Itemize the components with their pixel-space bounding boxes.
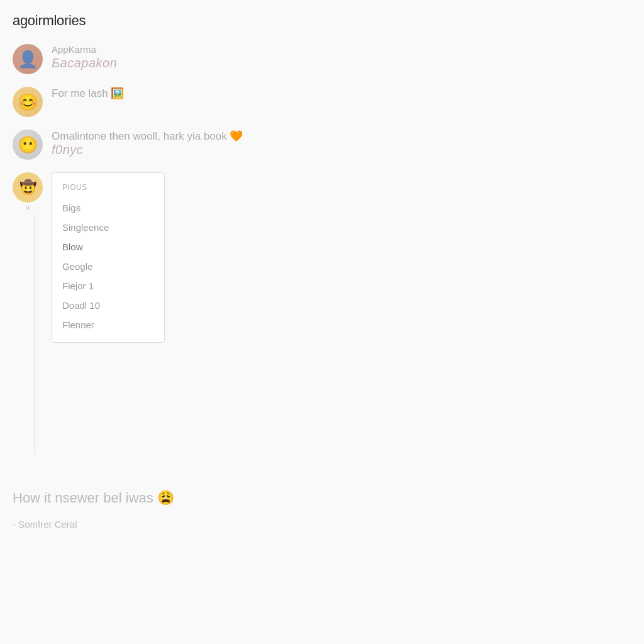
avatar-third: 😶 — [13, 130, 43, 160]
dropdown-header: PIOUS — [52, 180, 164, 198]
dropdown-item-geogle[interactable]: Geogle — [52, 257, 164, 276]
chat-name-appkarma: AppKarma — [52, 44, 631, 55]
attribution: - Somfrer Ceral — [13, 519, 631, 530]
avatar-label: u — [26, 204, 30, 211]
avatar-second: 😊 — [13, 87, 43, 117]
chat-item-third: 😶 Omalintone then wooll, hark yia book 🧡… — [13, 130, 631, 160]
dropdown-item-fiejor[interactable]: Fiejor 1 — [52, 276, 164, 296]
page-title: agoirmlories — [13, 13, 631, 29]
chat-submessage-third: f0nyc — [52, 143, 631, 157]
dropdown-connector-line — [35, 216, 35, 455]
dropdown-item-singleence[interactable]: Singleence — [52, 218, 164, 237]
dropdown-box[interactable]: PIOUS Bigs Singleence Blow Geogle Fiejor… — [52, 172, 165, 343]
chat-item-appkarma: 👤 AppKarma Басараkon — [13, 44, 631, 74]
avatar-dropdown: 🤠 — [13, 172, 43, 203]
bottom-text: How it nsewer bel iwas 😩 — [13, 490, 631, 506]
dropdown-item-doadl[interactable]: Doadl 10 — [52, 296, 164, 315]
dropdown-item-flenner[interactable]: Flenner — [52, 315, 164, 335]
dropdown-section: 🤠 u PIOUS Bigs Singleence Blow Geogle Fi… — [13, 172, 631, 455]
chat-message-second: For me lash 🖼️ — [52, 87, 631, 100]
chat-content-appkarma: AppKarma Басараkon — [52, 44, 631, 70]
chat-content-second: For me lash 🖼️ — [52, 87, 631, 100]
dropdown-item-bigs[interactable]: Bigs — [52, 198, 164, 218]
chat-message-appkarma: Басараkon — [52, 56, 631, 70]
dropdown-item-blow[interactable]: Blow — [52, 237, 164, 257]
chat-item-second: 😊 For me lash 🖼️ — [13, 87, 631, 117]
chat-content-third: Omalintone then wooll, hark yia book 🧡 f… — [52, 130, 631, 157]
bottom-section: How it nsewer bel iwas 😩 - Somfrer Ceral — [13, 480, 631, 540]
chat-message-third: Omalintone then wooll, hark yia book 🧡 — [52, 130, 631, 143]
avatar-appkarma: 👤 — [13, 44, 43, 74]
